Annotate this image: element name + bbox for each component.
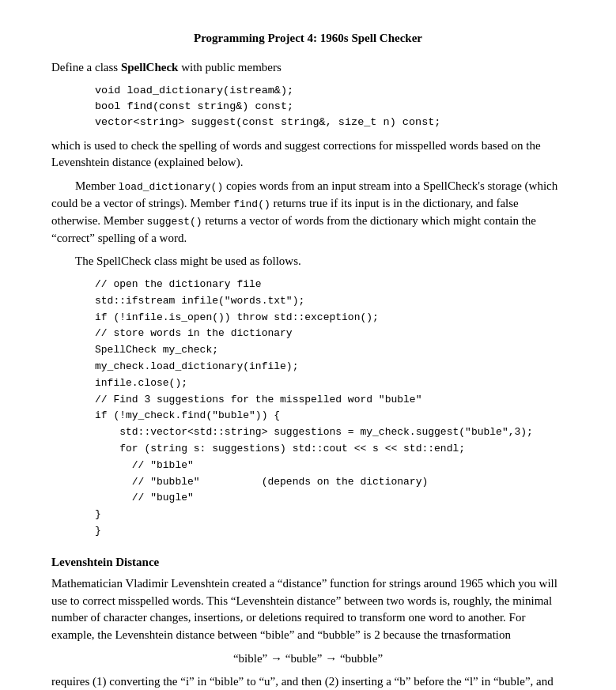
formula-display: “bible” → “buble” → “bubble” [51, 652, 565, 665]
code-example-block: // open the dictionary file std::ifstrea… [95, 277, 565, 540]
member-3: vector<string> suggest(const string&, si… [95, 115, 565, 130]
code-line-2: if (!infile.is_open()) throw std::except… [95, 310, 565, 326]
code-line-14: } [95, 507, 565, 523]
code-line-9: std::vector<std::string> suggestions = m… [95, 424, 565, 441]
body3-text: The SpellCheck class might be used as fo… [51, 253, 565, 270]
find-code: find() [233, 198, 270, 210]
code-line-3: // store words in the dictionary [95, 326, 565, 342]
code-close-brace: } [95, 523, 565, 540]
code-line-10: for (string s: suggestions) std::cout <<… [95, 441, 565, 458]
lev-body1-text: Mathematician Vladimir Levenshtein creat… [51, 575, 565, 644]
body2-text: Member load_dictionary() copies words fr… [51, 178, 565, 247]
code-line-8: if (!my_check.find("buble")) { [95, 408, 565, 424]
code-line-0: // open the dictionary file [95, 277, 565, 293]
define-text: Define a class [51, 61, 121, 74]
intro-define: Define a class SpellCheck with public me… [51, 59, 565, 77]
code-line-6: infile.close(); [95, 375, 565, 392]
code-line-4: SpellCheck my_check; [95, 342, 565, 359]
member-1: void load_dictionary(istream&); [95, 83, 565, 99]
lev-body2-text: requires (1) converting the “i” in “bibl… [51, 673, 565, 690]
code-line-1: std::ifstream infile("words.txt"); [95, 293, 565, 310]
code-line-12: // "bubble" (depends on the dictionary) [95, 474, 565, 491]
public-members-block: void load_dictionary(istream&); bool fin… [95, 83, 565, 131]
body1-text: which is used to check the spelling of w… [51, 138, 565, 172]
load-dict-code: load_dictionary() [119, 181, 224, 193]
code-line-7: // Find 3 suggestions for the misspelled… [95, 392, 565, 409]
code-line-11: // "bible" [95, 458, 565, 474]
code-line-5: my_check.load_dictionary(infile); [95, 359, 565, 375]
code-line-13: // "bugle" [95, 490, 565, 507]
member-2: bool find(const string&) const; [95, 99, 565, 115]
page-title: Programming Project 4: 1960s Spell Check… [51, 32, 565, 45]
classname-text: SpellCheck [121, 61, 179, 74]
define2-text: with public members [178, 61, 281, 74]
body2-prefix: Member [75, 179, 119, 192]
section-heading-levenshtein: Levenshtein Distance [51, 556, 565, 569]
suggest-code: suggest() [146, 216, 202, 228]
